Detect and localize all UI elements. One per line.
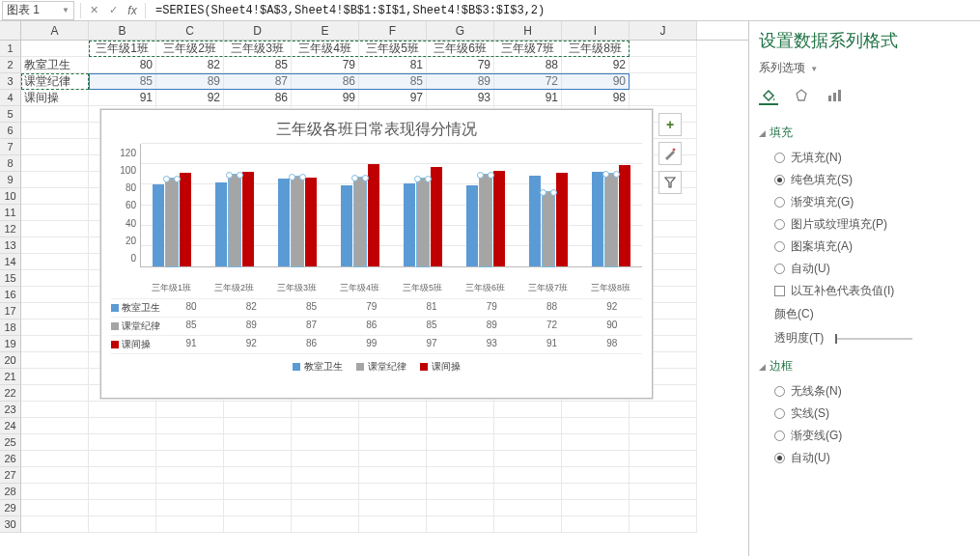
row-header[interactable]: 24 — [0, 418, 21, 434]
bar[interactable] — [592, 172, 603, 266]
cell[interactable] — [21, 336, 89, 352]
cell[interactable] — [359, 434, 427, 451]
cell[interactable] — [359, 467, 427, 484]
cell[interactable]: 98 — [562, 90, 630, 106]
transparency-option[interactable]: 透明度(T) — [759, 326, 970, 350]
cell[interactable]: 89 — [427, 73, 494, 90]
bar[interactable] — [466, 185, 478, 266]
cell[interactable] — [156, 516, 224, 533]
chart-elements-button[interactable]: + — [658, 113, 682, 136]
cell[interactable]: 三年级8班 — [562, 41, 630, 57]
legend-item[interactable]: 课间操 — [420, 360, 461, 374]
cell[interactable] — [630, 467, 697, 484]
fill-solid-radio[interactable]: 纯色填充(S) — [774, 169, 970, 191]
cell[interactable]: 课间操 — [21, 90, 89, 106]
row-header[interactable]: 30 — [0, 516, 21, 533]
cell[interactable] — [89, 484, 156, 500]
fill-pattern-radio[interactable]: 图案填充(A) — [774, 236, 970, 258]
cell[interactable] — [224, 500, 292, 516]
series-options-tab-icon[interactable] — [825, 86, 844, 105]
cell[interactable]: 三年级3班 — [224, 41, 292, 57]
cell[interactable]: 86 — [292, 73, 359, 90]
cell[interactable] — [630, 516, 697, 533]
cell[interactable] — [562, 516, 630, 533]
cell[interactable] — [630, 434, 697, 451]
cell[interactable] — [21, 106, 89, 123]
row-header[interactable]: 14 — [0, 254, 21, 270]
row-header[interactable]: 5 — [0, 106, 21, 123]
fill-section-header[interactable]: ◢填充 — [759, 125, 970, 141]
cell[interactable] — [156, 434, 224, 451]
enter-icon[interactable]: ✓ — [106, 4, 120, 17]
cell[interactable] — [427, 484, 494, 500]
row-header[interactable]: 27 — [0, 467, 21, 484]
cell[interactable]: 92 — [562, 57, 630, 73]
cell[interactable] — [21, 352, 89, 369]
formula-input[interactable] — [152, 1, 980, 20]
cell[interactable]: 85 — [359, 73, 427, 90]
cell[interactable] — [494, 451, 562, 467]
bar[interactable] — [215, 182, 227, 266]
bar[interactable] — [543, 192, 554, 266]
cell[interactable] — [630, 500, 697, 516]
row-header[interactable]: 28 — [0, 484, 21, 500]
cell[interactable] — [630, 484, 697, 500]
cell[interactable] — [359, 418, 427, 434]
cell[interactable] — [494, 500, 562, 516]
cell[interactable]: 三年级5班 — [359, 41, 427, 57]
cell[interactable] — [156, 484, 224, 500]
cell[interactable] — [89, 451, 156, 467]
color-option[interactable]: 颜色(C) — [759, 302, 970, 326]
cell[interactable] — [21, 123, 89, 139]
cell[interactable] — [89, 402, 156, 418]
cell[interactable]: 85 — [89, 73, 156, 90]
cell[interactable] — [224, 467, 292, 484]
series-options-label[interactable]: 系列选项 ▼ — [759, 60, 970, 76]
cell[interactable] — [630, 418, 697, 434]
cell[interactable] — [21, 369, 89, 385]
bar[interactable] — [341, 185, 352, 266]
cell[interactable]: 80 — [89, 57, 156, 73]
cell[interactable] — [292, 451, 359, 467]
col-header[interactable]: C — [156, 21, 224, 40]
row-header[interactable]: 25 — [0, 434, 21, 451]
bar[interactable] — [180, 173, 191, 266]
bar[interactable] — [619, 165, 630, 266]
cell[interactable] — [21, 303, 89, 320]
row-header[interactable]: 1 — [0, 41, 21, 57]
row-header[interactable]: 3 — [0, 73, 21, 90]
cell[interactable] — [494, 467, 562, 484]
cell[interactable] — [494, 484, 562, 500]
cell[interactable] — [21, 139, 89, 155]
bar[interactable] — [242, 172, 254, 266]
cell[interactable]: 88 — [494, 57, 562, 73]
bar[interactable] — [417, 179, 429, 266]
cell[interactable]: 87 — [224, 73, 292, 90]
cell[interactable] — [21, 500, 89, 516]
cell[interactable]: 91 — [494, 90, 562, 106]
row-header[interactable]: 20 — [0, 352, 21, 369]
bar[interactable] — [431, 167, 442, 266]
cell[interactable] — [156, 402, 224, 418]
cell[interactable]: 97 — [359, 90, 427, 106]
cell[interactable] — [630, 57, 697, 73]
embedded-chart[interactable]: 三年级各班日常表现得分情况 120100806040200 三年级1班三年级2班… — [100, 109, 653, 399]
row-header[interactable]: 8 — [0, 155, 21, 172]
cell[interactable] — [21, 451, 89, 467]
cell[interactable] — [630, 90, 697, 106]
row-header[interactable]: 26 — [0, 451, 21, 467]
bar[interactable] — [493, 171, 505, 266]
cell[interactable]: 92 — [156, 90, 224, 106]
row-header[interactable]: 2 — [0, 57, 21, 73]
row-header[interactable]: 11 — [0, 205, 21, 221]
invert-negative-checkbox[interactable]: 以互补色代表负值(I) — [774, 280, 970, 302]
cell[interactable]: 教室卫生 — [21, 57, 89, 73]
cell[interactable] — [630, 451, 697, 467]
cell[interactable] — [89, 516, 156, 533]
cell[interactable] — [21, 270, 89, 287]
cell[interactable] — [21, 155, 89, 172]
select-all-corner[interactable] — [0, 21, 21, 40]
cell[interactable] — [224, 402, 292, 418]
cell[interactable] — [292, 467, 359, 484]
cell[interactable]: 三年级7班 — [494, 41, 562, 57]
